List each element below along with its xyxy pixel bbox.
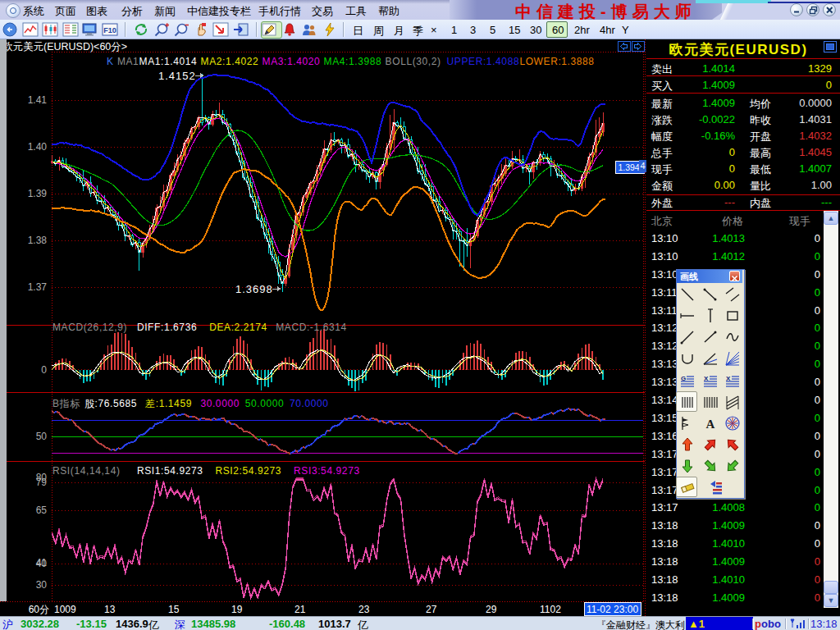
svg-text:41: 41 bbox=[36, 557, 48, 568]
svg-text:27: 27 bbox=[426, 604, 437, 615]
svg-text:A: A bbox=[706, 418, 715, 431]
svg-text:F10: F10 bbox=[103, 26, 116, 34]
svg-text:1.39: 1.39 bbox=[28, 188, 48, 199]
svg-text:13: 13 bbox=[104, 604, 116, 615]
svg-text:1.3698: 1.3698 bbox=[235, 283, 273, 295]
svg-text:19: 19 bbox=[231, 604, 243, 615]
svg-text:15: 15 bbox=[168, 604, 180, 615]
svg-text:1.4152: 1.4152 bbox=[158, 70, 196, 82]
svg-text:X: X bbox=[726, 375, 731, 382]
svg-text:23: 23 bbox=[358, 604, 370, 615]
svg-text:G: G bbox=[681, 375, 686, 382]
svg-text:80: 80 bbox=[36, 472, 48, 483]
svg-text:1.37: 1.37 bbox=[28, 281, 48, 293]
svg-text:1.41: 1.41 bbox=[28, 94, 48, 106]
svg-text:0: 0 bbox=[41, 364, 47, 376]
svg-text:21: 21 bbox=[294, 604, 306, 615]
svg-text:11-02 23:00: 11-02 23:00 bbox=[587, 604, 638, 615]
svg-text:1009: 1009 bbox=[54, 604, 76, 615]
svg-text:65: 65 bbox=[36, 504, 48, 516]
svg-text:30: 30 bbox=[36, 579, 48, 591]
svg-text:X: X bbox=[704, 375, 709, 382]
svg-text:1.40: 1.40 bbox=[28, 141, 48, 153]
svg-text:欧元美元(EURUSD)<60分>: 欧元美元(EURUSD)<60分> bbox=[2, 41, 127, 52]
svg-text:60分: 60分 bbox=[29, 604, 49, 615]
svg-text:50: 50 bbox=[36, 431, 48, 442]
svg-text:1102: 1102 bbox=[540, 604, 561, 615]
svg-text:1.38: 1.38 bbox=[28, 235, 48, 246]
svg-text:29: 29 bbox=[486, 604, 497, 615]
svg-text:KMA1MA1:1.4014MA2:1.4022MA3:1.: KMA1MA1:1.4014MA2:1.4022MA3:1.4020MA4:1.… bbox=[107, 56, 595, 67]
